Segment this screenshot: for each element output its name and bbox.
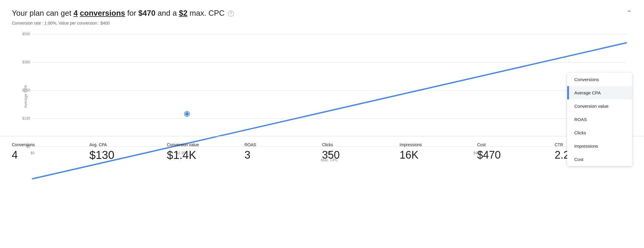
stat-impressions: Impressions 16K [400, 142, 477, 162]
stat-cost-label: Cost [477, 142, 549, 147]
help-icon[interactable]: ? [228, 11, 234, 17]
stat-avg-cpa-value: $130 [90, 149, 161, 162]
stat-conversion-value-label: Conversion value [167, 142, 239, 147]
headline-cost: $470 [138, 9, 155, 17]
stat-conversions-label: Conversions [12, 142, 84, 147]
stats-section: Conversions 4 Avg. CPA $130 Conversion v… [0, 136, 644, 162]
dropdown-item-impressions[interactable]: Impressions [567, 139, 632, 153]
headline-suffix: max. CPC [188, 9, 225, 17]
stat-impressions-label: Impressions [400, 142, 471, 147]
headline-max-cpc: $2 [179, 9, 188, 17]
headline-prefix: Your plan can get [12, 9, 74, 17]
stat-avg-cpa: Avg. CPA $130 [90, 142, 167, 162]
dropdown-item-conversions[interactable]: Conversions [567, 73, 632, 86]
chart-data-point [185, 112, 189, 116]
y-tick-130: $130 [22, 116, 32, 120]
stat-conversion-value: Conversion value $1.4K [167, 142, 245, 162]
subtitle: Conversion rate : 1.00%, Value per conve… [12, 21, 632, 25]
stat-conversions-value: 4 [12, 149, 84, 161]
stat-avg-cpa-label: Avg. CPA [90, 142, 161, 147]
headline-middle: for [125, 9, 139, 17]
main-container: Your plan can get 4 conversions for $470… [0, 0, 644, 162]
headline-and: and a [155, 9, 179, 17]
stat-roas: ROAS 3 [245, 142, 322, 162]
dropdown-menu: Conversions Average CPA Conversion value… [567, 73, 632, 166]
headline: Your plan can get 4 conversions for $470… [12, 8, 632, 18]
stat-roas-label: ROAS [245, 142, 316, 147]
y-tick-250: $250 [22, 88, 32, 92]
stat-roas-value: 3 [245, 149, 316, 161]
stat-clicks-value: 350 [322, 149, 394, 161]
conversions-count: 4 [74, 9, 78, 17]
stat-impressions-value: 16K [400, 149, 471, 161]
stat-conversions: Conversions 4 [12, 142, 90, 162]
dropdown-item-average-cpa[interactable]: Average CPA [567, 86, 632, 99]
chart-inner: $0 $130 $250 $380 $500 [32, 34, 626, 147]
stat-clicks: Clicks 350 [322, 142, 400, 162]
dropdown-item-conversion-value[interactable]: Conversion value [567, 99, 632, 113]
y-tick-500: $500 [22, 32, 32, 36]
collapse-button[interactable] [626, 8, 632, 16]
stat-cost-value: $470 [477, 149, 549, 161]
dropdown-item-clicks[interactable]: Clicks [567, 126, 632, 139]
y-tick-380: $380 [22, 60, 32, 64]
stat-cost: Cost $470 [477, 142, 555, 162]
stat-clicks-label: Clicks [322, 142, 394, 147]
dropdown-item-cost[interactable]: Cost [567, 153, 632, 166]
conversions-label: conversions [80, 9, 125, 17]
stat-conversion-value-value: $1.4K [167, 149, 239, 162]
dropdown-item-roas[interactable]: ROAS [567, 113, 632, 126]
